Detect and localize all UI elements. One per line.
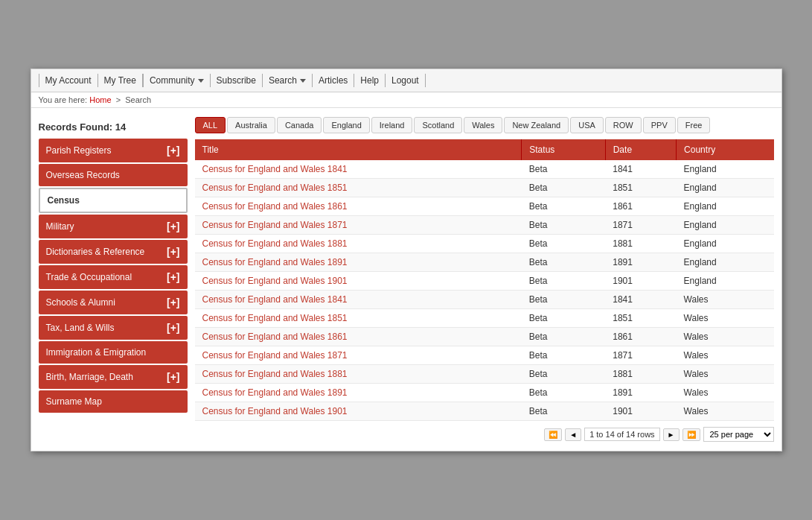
col-header-status: Status [522,139,605,160]
cell-title: Census for England and Wales 1891 [195,384,522,402]
sidebar-item-surname-map[interactable]: Surname Map [39,390,188,413]
filter-btn-all[interactable]: ALL [195,117,226,133]
record-link[interactable]: Census for England and Wales 1841 [202,294,348,305]
nav-item-community[interactable]: Community [143,74,211,87]
cell-title: Census for England and Wales 1841 [195,160,522,179]
cell-status: Beta [522,384,605,402]
table-header-row: TitleStatusDateCountry [195,139,774,160]
record-link[interactable]: Census for England and Wales 1841 [202,164,348,174]
table-row: Census for England and Wales 1901Beta190… [195,272,774,291]
sidebar-item-overseas-records[interactable]: Overseas Records [39,164,188,186]
cell-status: Beta [522,179,605,197]
per-page-selector[interactable]: 25 per page50 per page100 per page [703,427,774,442]
sidebar-item-dictionaries-reference[interactable]: Dictionaries & Reference[+] [39,240,188,264]
table-row: Census for England and Wales 1861Beta186… [195,197,774,216]
cell-title: Census for England and Wales 1841 [195,291,522,309]
pagination: ⏪ ◄ 1 to 14 of 14 rows ► ⏩ 25 per page50… [195,421,774,442]
table-row: Census for England and Wales 1871Beta187… [195,216,774,235]
filter-btn-usa[interactable]: USA [570,117,604,133]
first-page-button[interactable]: ⏪ [544,428,562,441]
sidebar-item-schools-alumni[interactable]: Schools & Alumni[+] [39,291,188,314]
pagination-info: 1 to 14 of 14 rows [584,428,659,441]
record-link[interactable]: Census for England and Wales 1891 [202,387,348,398]
sidebar-label: Census [48,195,80,206]
breadcrumb-current: Search [125,95,151,104]
record-link[interactable]: Census for England and Wales 1871 [202,350,348,361]
cell-date: 1881 [605,365,676,384]
table-row: Census for England and Wales 1841Beta184… [195,160,774,179]
filter-btn-new-zealand[interactable]: New Zealand [504,117,569,133]
cell-country: Wales [677,384,774,402]
cell-date: 1881 [605,235,676,253]
cell-date: 1891 [605,253,676,272]
prev-page-button[interactable]: ◄ [565,428,581,441]
record-link[interactable]: Census for England and Wales 1851 [202,313,348,323]
record-link[interactable]: Census for England and Wales 1851 [202,183,348,193]
filter-btn-australia[interactable]: Australia [227,117,275,133]
filter-btn-row[interactable]: ROW [605,117,642,133]
record-link[interactable]: Census for England and Wales 1861 [202,332,348,342]
chevron-down-icon [300,79,306,83]
filter-btn-scotland[interactable]: Scotland [414,117,462,133]
filter-btn-england[interactable]: England [323,117,369,133]
cell-title: Census for England and Wales 1881 [195,365,522,384]
expand-icon: [+] [167,271,180,283]
per-page-select[interactable]: 25 per page50 per page100 per page [703,427,774,442]
table-row: Census for England and Wales 1881Beta188… [195,235,774,253]
sidebar-item-parish-registers[interactable]: Parish Registers[+] [39,139,188,162]
filter-btn-wales[interactable]: Wales [464,117,502,133]
cell-country: Wales [677,346,774,365]
sidebar-item-tax-land-wills[interactable]: Tax, Land & Wills[+] [39,316,188,340]
sidebar-item-military[interactable]: Military[+] [39,215,188,238]
sidebar-label: Military [46,221,74,232]
expand-icon: [+] [167,322,180,334]
sidebar-item-birth-marriage-death[interactable]: Birth, Marriage, Death[+] [39,365,188,389]
sidebar-label: Immigration & Emigration [46,347,147,358]
cell-title: Census for England and Wales 1871 [195,216,522,235]
filter-btn-canada[interactable]: Canada [277,117,322,133]
last-page-button[interactable]: ⏩ [682,428,700,441]
sidebar-item-trade-occupational[interactable]: Trade & Occupational[+] [39,265,188,289]
sidebar-item-census[interactable]: Census [39,188,188,213]
main-window: My AccountMy TreeCommunitySubscribeSearc… [31,69,782,451]
sidebar-label: Birth, Marriage, Death [46,372,133,382]
breadcrumb-home[interactable]: Home [89,95,111,104]
record-link[interactable]: Census for England and Wales 1901 [202,406,348,416]
cell-country: England [677,197,774,216]
nav-item-my-account[interactable]: My Account [39,74,98,87]
record-link[interactable]: Census for England and Wales 1881 [202,238,348,249]
nav-item-search[interactable]: Search [263,74,313,87]
filter-btn-ireland[interactable]: Ireland [371,117,413,133]
sidebar-label: Parish Registers [46,145,112,156]
record-link[interactable]: Census for England and Wales 1861 [202,201,348,212]
cell-status: Beta [522,346,605,365]
breadcrumb: You are here: Home > Search [31,92,781,108]
cell-date: 1841 [605,291,676,309]
nav-item-logout[interactable]: Logout [386,74,426,87]
cell-date: 1861 [605,197,676,216]
record-link[interactable]: Census for England and Wales 1901 [202,276,348,286]
sidebar: Records Found: 14 Parish Registers[+]Ove… [39,117,188,442]
nav-item-subscribe[interactable]: Subscribe [211,74,263,87]
record-link[interactable]: Census for England and Wales 1881 [202,369,348,379]
table-row: Census for England and Wales 1851Beta185… [195,309,774,328]
next-page-button[interactable]: ► [663,428,680,441]
cell-date: 1851 [605,309,676,328]
filter-btn-ppv[interactable]: PPV [643,117,676,133]
cell-title: Census for England and Wales 1851 [195,179,522,197]
sidebar-label: Schools & Alumni [46,297,115,308]
table-row: Census for England and Wales 1891Beta189… [195,253,774,272]
cell-country: England [677,160,774,179]
cell-status: Beta [522,253,605,272]
record-link[interactable]: Census for England and Wales 1891 [202,257,348,267]
sidebar-item-immigration-emigration[interactable]: Immigration & Emigration [39,341,188,364]
table-row: Census for England and Wales 1881Beta188… [195,365,774,384]
cell-status: Beta [522,365,605,384]
table-body: Census for England and Wales 1841Beta184… [195,160,774,421]
nav-item-help[interactable]: Help [354,74,386,87]
nav-item-my-tree[interactable]: My Tree [98,74,143,87]
record-link[interactable]: Census for England and Wales 1871 [202,220,348,230]
cell-country: Wales [677,328,774,346]
nav-item-articles[interactable]: Articles [313,74,354,87]
filter-btn-free[interactable]: Free [677,117,711,133]
